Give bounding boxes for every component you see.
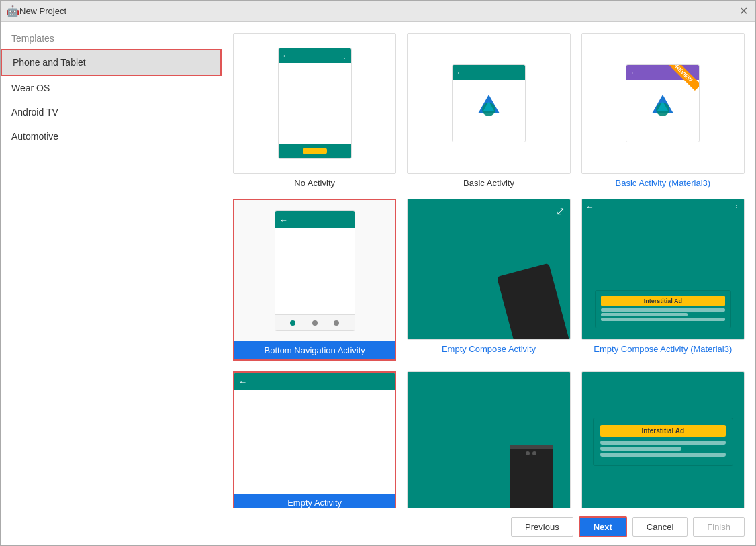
content-area: Templates Phone and Tablet Wear OS Andro…: [1, 22, 755, 508]
sidebar-item-wear-os[interactable]: Wear OS: [1, 76, 222, 100]
template-thumb-empty-compose-material3: ← ⋮ Interstitial Ad: [581, 199, 745, 340]
template-label-basic-material3: Basic Activity (Material3): [616, 178, 711, 188]
title-bar: 🤖 New Project ✕: [1, 1, 755, 22]
cancel-button[interactable]: Cancel: [632, 517, 688, 537]
sidebar-item-automotive[interactable]: Automotive: [1, 124, 222, 148]
template-label-no-activity: No Activity: [294, 178, 335, 188]
template-label-empty-activity: Empty Activity: [234, 494, 395, 508]
main-window: 🤖 New Project ✕ Templates Phone and Tabl…: [0, 0, 756, 546]
template-label-empty-compose-material3: Empty Compose Activity (Material3): [594, 344, 732, 354]
template-thumb-no-activity: ← ⋮: [233, 33, 396, 174]
template-empty-compose-material3[interactable]: ← ⋮ Interstitial Ad: [581, 199, 745, 361]
template-label-bottom-nav: Bottom Navigation Activity: [234, 341, 395, 359]
next-button[interactable]: Next: [579, 516, 627, 537]
template-empty-compose[interactable]: ⤢ Empty Compose Activity: [407, 199, 570, 361]
template-empty-activity[interactable]: ← Empty Activity: [233, 371, 396, 508]
template-thumb-empty-activity: ←: [234, 373, 395, 494]
template-thumb-empty-compose: ⤢: [407, 199, 570, 340]
template-label-empty-compose: Empty Compose Activity: [442, 344, 536, 354]
sidebar: Templates Phone and Tablet Wear OS Andro…: [1, 22, 222, 508]
finish-button[interactable]: Finish: [693, 517, 745, 537]
sidebar-item-phone-tablet[interactable]: Phone and Tablet: [1, 49, 222, 76]
template-admob[interactable]: Interstitial Ad Google AdMob Ads Activit…: [581, 371, 745, 508]
template-thumb-admob: Interstitial Ad: [581, 371, 745, 508]
template-label-basic-activity: Basic Activity: [463, 178, 514, 188]
template-thumb-fullscreen: [407, 371, 570, 508]
template-no-activity[interactable]: ← ⋮ No Activity: [233, 33, 396, 188]
templates-grid: ← ⋮ No Activity: [233, 33, 745, 508]
main-content: ← ⋮ No Activity: [222, 22, 755, 508]
previous-button[interactable]: Previous: [511, 517, 573, 537]
template-basic-material3[interactable]: ←: [581, 33, 745, 188]
template-bottom-nav[interactable]: ← Bottom Navigation Activi: [233, 199, 396, 361]
footer-bar: Previous Next Cancel Finish: [1, 508, 755, 545]
close-button[interactable]: ✕: [737, 5, 750, 18]
template-thumb-bottom-nav: ←: [234, 200, 395, 341]
template-basic-activity[interactable]: ←: [407, 33, 570, 188]
template-fullscreen[interactable]: Fullscreen Activity: [407, 371, 570, 508]
android-icon: 🤖: [6, 5, 19, 17]
sidebar-header: Templates: [1, 22, 222, 49]
template-thumb-basic-material3: ←: [581, 33, 745, 174]
template-thumb-basic-activity: ←: [407, 33, 570, 174]
sidebar-item-android-tv[interactable]: Android TV: [1, 100, 222, 124]
window-title: New Project: [19, 6, 737, 16]
